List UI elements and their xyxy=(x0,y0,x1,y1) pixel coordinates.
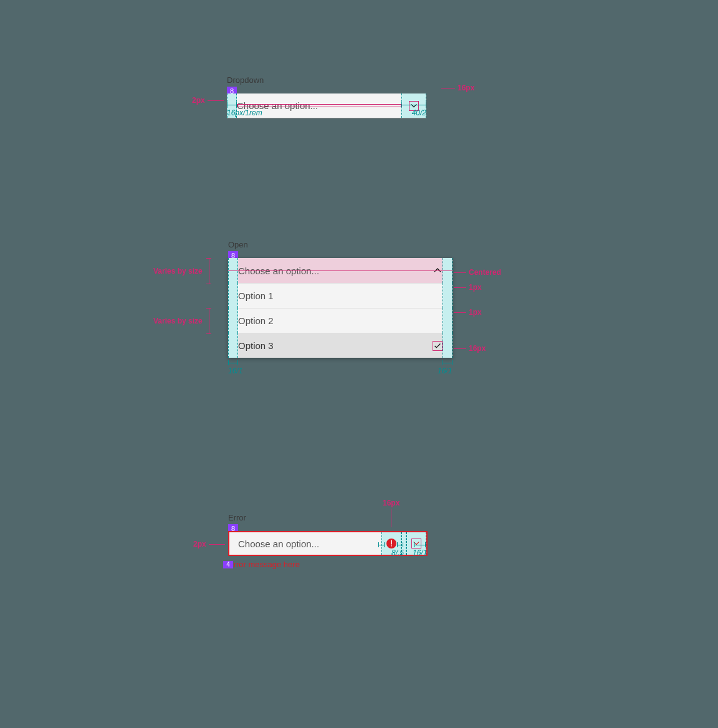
annotation-error-icon-size: 16px xyxy=(383,497,400,527)
left-padding-zone xyxy=(229,532,238,555)
option-label: Option 3 xyxy=(238,340,274,351)
checkmark-icon xyxy=(433,341,443,351)
dropdown-placeholder: Choose an option... xyxy=(238,539,319,549)
center-guide xyxy=(228,271,452,271)
dropdown-header-row[interactable]: Choose an option... xyxy=(228,258,452,283)
dropdown-label: Dropdown xyxy=(227,75,264,85)
dropdown-option[interactable]: Option 1 xyxy=(228,283,452,308)
annotation-outline: 2px xyxy=(193,540,225,548)
text-bounding-box xyxy=(237,104,401,107)
dropdown-error-spec: Error 8 2px 16px Choose an option... 4 E… xyxy=(228,512,477,569)
option-label: Option 1 xyxy=(238,290,274,301)
error-message: Error message here xyxy=(228,560,477,569)
annotation-centered: Centered xyxy=(469,268,501,277)
annotation-pad-right: 16/1 xyxy=(438,366,452,375)
error-label: Error xyxy=(228,513,246,522)
annotation-right-pad: 16/1 xyxy=(413,548,426,557)
open-label: Open xyxy=(228,240,248,249)
annotation-header-height: Varies by size xyxy=(153,267,203,275)
helper-gap-tag: 4 xyxy=(223,561,233,568)
dropdown-open-spec: Open 8 Varies by size Varies by size Cho… xyxy=(228,239,502,358)
annotation-divider-2: 1px xyxy=(469,308,482,317)
dropdown-spec: Dropdown 8 2px Choose an option... 16px … xyxy=(227,75,451,118)
annotation-pad-left: 16/1 xyxy=(228,366,238,375)
annotation-check-size: 16px xyxy=(469,344,486,353)
annotation-icon-gap: 8/.5 xyxy=(391,548,406,557)
annotation-border-bottom: 2px xyxy=(192,96,224,105)
annotation-row-height: Varies by size xyxy=(153,317,203,325)
annotation-left-pad: 16px/1rem xyxy=(227,108,237,117)
annotation-divider-1: 1px xyxy=(469,283,482,292)
annotation-icon-size: 16px xyxy=(441,84,474,92)
annotation-right-pad: 40/2 xyxy=(401,108,426,117)
option-label: Option 2 xyxy=(238,315,274,326)
dropdown-menu[interactable]: Choose an option... Option 1 Option 2 Op… xyxy=(228,258,452,358)
dropdown-option-selected[interactable]: Option 3 xyxy=(228,333,452,358)
dropdown-option[interactable]: Option 2 xyxy=(228,308,452,333)
